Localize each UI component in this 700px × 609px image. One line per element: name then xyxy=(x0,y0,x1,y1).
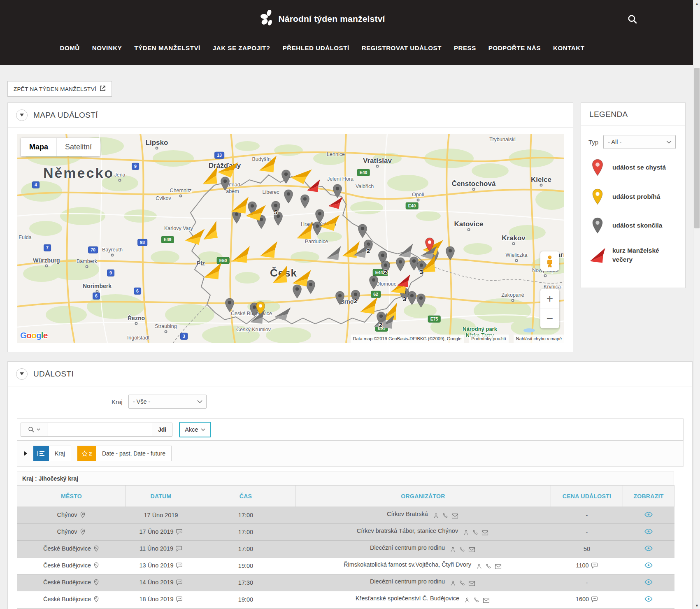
events-collapse-toggle[interactable] xyxy=(16,368,28,380)
city-dot xyxy=(515,259,518,262)
report-map-error-link[interactable]: Nahlásit chybu v mapě xyxy=(514,335,564,343)
show-cell xyxy=(623,558,674,574)
attribution-text: Data map ©2019 GeoBasis-DE/BKG (©2009), … xyxy=(351,335,464,343)
back-button-label: ZPĚT NA TÝDEN MANŽELSTVÍ xyxy=(14,86,96,92)
location-pin-icon xyxy=(79,528,86,536)
view-eye-icon[interactable] xyxy=(644,580,653,586)
search-icon[interactable] xyxy=(627,14,640,26)
map-collapse-toggle[interactable] xyxy=(16,109,28,121)
view-eye-icon[interactable] xyxy=(644,546,653,553)
nav-item-2[interactable]: TÝDEN MANŽELSTVÍ xyxy=(134,44,200,51)
gray-pin-marker[interactable] xyxy=(335,291,345,307)
pegman-icon xyxy=(544,255,555,267)
filter-chip-kraj[interactable]: Kraj xyxy=(33,446,71,461)
road-badge: 7 xyxy=(44,244,51,251)
road-badge: E40 xyxy=(406,202,419,209)
gray-pin-marker[interactable] xyxy=(271,201,281,217)
actions-button[interactable]: Akce xyxy=(179,422,211,437)
report-group-header: Kraj : Jihočeský kraj xyxy=(17,472,674,485)
map-type-satellite-button[interactable]: Satelitní xyxy=(56,138,100,156)
location-pin-icon xyxy=(93,596,100,604)
gray-arrow-marker[interactable] xyxy=(398,242,414,260)
gray-pin-marker[interactable] xyxy=(381,260,391,277)
red-arrow-marker[interactable] xyxy=(396,274,411,289)
chevron-down-icon xyxy=(37,428,40,431)
legend-title: LEGENDA xyxy=(581,103,685,126)
mail-icon xyxy=(468,581,475,588)
type-filter-select[interactable]: - All - xyxy=(603,135,676,149)
yellow-arrow-marker[interactable] xyxy=(318,211,341,234)
city-cell: Chýnov xyxy=(17,524,126,541)
terms-link[interactable]: Podmínky použití xyxy=(469,335,508,343)
phone-icon xyxy=(485,563,492,571)
mail-icon xyxy=(451,513,458,520)
region-filter-select[interactable]: - Vše - xyxy=(128,395,207,409)
map-type-map-button[interactable]: Mapa xyxy=(21,138,56,156)
nav-item-6[interactable]: PRESS xyxy=(454,44,476,51)
column-header[interactable]: ZOBRAZIT xyxy=(623,486,674,507)
red-arrow-marker[interactable] xyxy=(327,194,344,212)
yellow-arrow-marker[interactable] xyxy=(294,221,316,242)
column-header[interactable]: CENA UDÁLOSTI xyxy=(551,486,623,507)
nav-item-1[interactable]: NOVINKY xyxy=(92,44,122,51)
filter-chip-label: Kraj xyxy=(49,446,71,461)
yellow-arrow-marker[interactable] xyxy=(183,225,206,248)
gray-arrow-marker[interactable] xyxy=(249,309,266,326)
gray-pin-marker[interactable] xyxy=(300,194,310,210)
scrollbar-thumb[interactable] xyxy=(694,68,700,228)
road-badge: 93 xyxy=(137,239,147,246)
gray-pin-marker[interactable] xyxy=(225,298,235,314)
nav-item-7[interactable]: PODPOŘTE NÁS xyxy=(488,44,541,51)
red-pin-icon xyxy=(588,159,607,176)
yellow-arrow-marker[interactable] xyxy=(269,264,292,288)
show-cell xyxy=(623,574,674,591)
filter-chip-dates[interactable]: 2 Date - past, Date - future xyxy=(77,446,172,461)
yellow-arrow-marker[interactable] xyxy=(244,200,267,224)
yellow-arrow-marker[interactable] xyxy=(258,154,278,174)
site-header: Národní týden manželství DOMŮNOVINKYTÝDE… xyxy=(0,0,700,65)
show-cell xyxy=(623,507,674,524)
vertical-scrollbar[interactable]: ▲ ▼ xyxy=(693,0,700,609)
zoom-in-button[interactable]: + xyxy=(540,289,559,309)
zoom-out-button[interactable]: − xyxy=(540,309,559,329)
column-header[interactable]: MĚSTO xyxy=(17,486,126,507)
view-eye-icon[interactable] xyxy=(644,529,653,536)
yellow-arrow-marker[interactable] xyxy=(291,267,312,289)
scroll-up-arrow-icon[interactable]: ▲ xyxy=(693,0,700,7)
red-arrow-marker[interactable] xyxy=(306,179,321,194)
gray-arrow-marker[interactable] xyxy=(326,245,342,262)
nav-item-8[interactable]: KONTAKT xyxy=(553,44,584,51)
city-dot xyxy=(111,254,114,257)
column-header[interactable]: ČAS xyxy=(196,486,295,507)
view-eye-icon[interactable] xyxy=(644,597,653,603)
gray-pin-marker[interactable] xyxy=(358,224,368,240)
filters-expand-toggle[interactable] xyxy=(24,451,27,456)
gray-arrow-marker[interactable] xyxy=(372,311,390,330)
pegman-control[interactable] xyxy=(540,251,559,271)
go-button[interactable]: Jdi xyxy=(152,423,172,437)
nav-item-0[interactable]: DOMŮ xyxy=(60,44,80,51)
yellow-arrow-marker[interactable] xyxy=(203,261,223,281)
map-panel: MAPA UDÁLOSTÍ xyxy=(7,102,573,352)
yellow-arrow-marker[interactable] xyxy=(259,240,279,260)
google-map[interactable]: NěmeckoČeskLipskoDrážďanyBudyšínLehniceV… xyxy=(17,134,564,343)
nav-item-3[interactable]: JAK SE ZAPOJIT? xyxy=(213,44,270,51)
search-column-button[interactable] xyxy=(21,423,47,437)
gray-arrow-marker[interactable] xyxy=(352,242,370,260)
gray-pin-marker[interactable] xyxy=(369,275,379,291)
report-search-input[interactable] xyxy=(47,423,152,437)
yellow-arrow-marker[interactable] xyxy=(231,245,251,265)
nav-item-5[interactable]: REGISTROVAT UDÁLOST xyxy=(362,44,442,51)
scroll-down-arrow-icon[interactable]: ▼ xyxy=(693,602,700,609)
gray-arrow-marker[interactable] xyxy=(273,304,292,323)
column-header[interactable]: ORGANIZÁTOR xyxy=(295,486,551,507)
nav-item-4[interactable]: PŘEHLED UDÁLOSTÍ xyxy=(283,44,349,51)
gray-pin-marker[interactable] xyxy=(284,189,294,205)
gray-pin-marker[interactable] xyxy=(416,293,426,309)
column-header[interactable]: DATUM xyxy=(126,486,196,507)
view-eye-icon[interactable] xyxy=(644,563,653,569)
back-to-marriage-week-button[interactable]: ZPĚT NA TÝDEN MANŽELSTVÍ xyxy=(7,81,112,97)
view-eye-icon[interactable] xyxy=(644,512,653,519)
gray-pin-marker[interactable] xyxy=(445,246,456,262)
red-pin-marker[interactable] xyxy=(425,237,435,253)
